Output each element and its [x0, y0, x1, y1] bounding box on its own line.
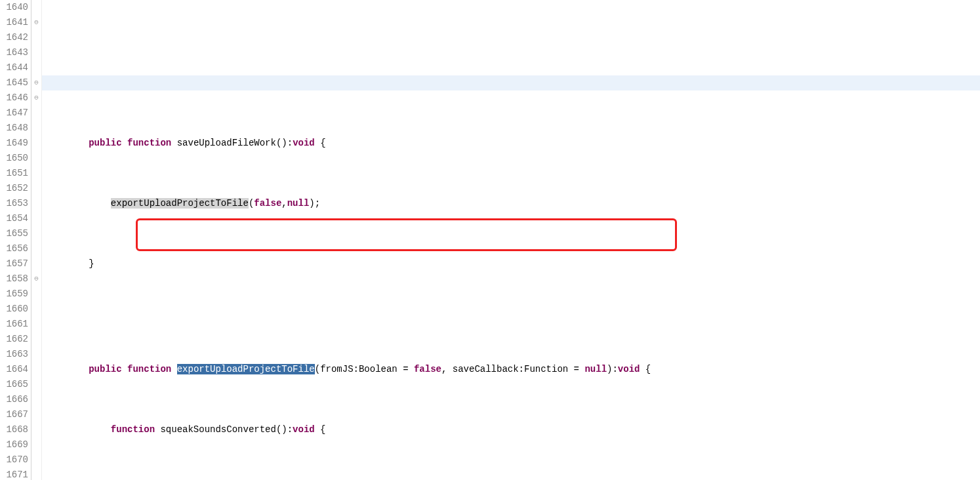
fold-marker — [31, 151, 41, 166]
line-number: 1669 — [0, 437, 28, 452]
fold-marker — [31, 468, 41, 480]
fold-marker — [31, 407, 41, 422]
line-number: 1656 — [0, 241, 28, 256]
fold-marker — [31, 211, 41, 226]
line-number: 1653 — [0, 196, 28, 211]
fold-marker — [31, 226, 41, 241]
fold-marker — [31, 0, 41, 15]
fold-marker — [31, 452, 41, 468]
line-number: 1665 — [0, 377, 28, 392]
fold-marker — [31, 422, 41, 437]
code-line[interactable] — [45, 75, 980, 90]
fold-marker — [31, 181, 41, 196]
code-line[interactable] — [45, 302, 980, 317]
fold-marker — [31, 362, 41, 377]
line-number: 1650 — [0, 151, 28, 166]
line-number: 1657 — [0, 256, 28, 271]
code-line[interactable]: public function exportUploadProjectToFil… — [45, 362, 980, 377]
fold-marker[interactable]: ⊖ — [31, 75, 41, 90]
line-number: 1648 — [0, 121, 28, 136]
fold-marker — [31, 106, 41, 121]
fold-marker[interactable]: ⊖ — [31, 271, 41, 287]
line-number: 1651 — [0, 166, 28, 181]
fold-marker — [31, 317, 41, 332]
line-number: 1671 — [0, 468, 28, 480]
fold-marker — [31, 437, 41, 452]
line-number: 1667 — [0, 407, 28, 422]
line-number: 1654 — [0, 211, 28, 226]
fold-marker — [31, 392, 41, 407]
line-number: 1642 — [0, 30, 28, 45]
fold-marker — [31, 377, 41, 392]
code-line[interactable]: } — [45, 256, 980, 271]
fold-marker — [31, 45, 41, 60]
fold-marker — [31, 332, 41, 347]
fold-marker — [31, 30, 41, 45]
code-area[interactable]: public function saveUploadFileWork():voi… — [42, 0, 980, 480]
line-number: 1643 — [0, 45, 28, 60]
line-number: 1649 — [0, 136, 28, 151]
fold-marker — [31, 287, 41, 302]
line-number: 1666 — [0, 392, 28, 407]
line-number: 1652 — [0, 181, 28, 196]
fold-marker[interactable]: ⊖ — [31, 15, 41, 30]
annotation-red-box — [136, 218, 677, 251]
fold-marker — [31, 60, 41, 75]
line-number: 1668 — [0, 422, 28, 437]
selected-text: exportUploadProjectToFile — [177, 364, 315, 374]
line-number: 1659 — [0, 287, 28, 302]
fold-marker — [31, 256, 41, 271]
line-number: 1646 — [0, 90, 28, 106]
fold-marker — [31, 166, 41, 181]
line-number: 1647 — [0, 106, 28, 121]
fold-marker — [31, 241, 41, 256]
fold-marker — [31, 136, 41, 151]
line-number: 1662 — [0, 332, 28, 347]
fold-marker — [31, 121, 41, 136]
code-line[interactable]: public function saveUploadFileWork():voi… — [45, 136, 980, 151]
line-number: 1664 — [0, 362, 28, 377]
code-line[interactable]: function squeakSoundsConverted():void { — [45, 422, 980, 437]
line-number: 1645 — [0, 75, 28, 90]
fold-marker — [31, 196, 41, 211]
line-number: 1644 — [0, 60, 28, 75]
fold-marker[interactable]: ⊖ — [31, 90, 41, 106]
line-number: 1658 — [0, 271, 28, 287]
code-editor[interactable]: 1640164116421643164416451646164716481649… — [0, 0, 980, 480]
line-number-gutter: 1640164116421643164416451646164716481649… — [0, 0, 31, 480]
line-number: 1661 — [0, 317, 28, 332]
line-number: 1670 — [0, 452, 28, 468]
code-line[interactable]: exportUploadProjectToFile(false,null); — [45, 196, 980, 211]
line-number: 1640 — [0, 0, 28, 15]
line-number: 1660 — [0, 302, 28, 317]
fold-marker — [31, 302, 41, 317]
line-number: 1655 — [0, 226, 28, 241]
line-number: 1663 — [0, 347, 28, 362]
fold-marker — [31, 347, 41, 362]
occurrence-highlight: exportUploadProjectToFile — [111, 198, 249, 209]
fold-column[interactable]: ⊖⊖⊖⊖ — [31, 0, 42, 480]
line-number: 1641 — [0, 15, 28, 30]
